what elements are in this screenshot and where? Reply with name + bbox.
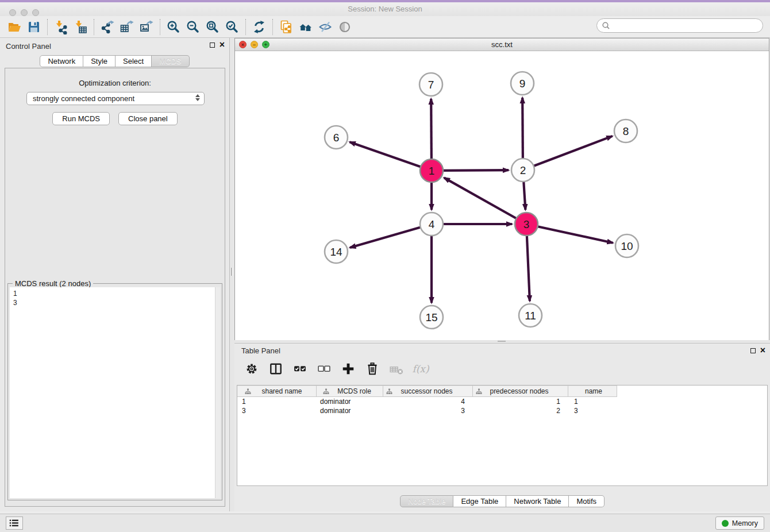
close-panel-button[interactable]: Close panel [118,112,178,125]
import-network-button[interactable] [51,18,71,36]
graph-node-label: 6 [333,132,340,144]
export-network-button[interactable] [98,18,117,36]
task-history-button[interactable] [6,516,23,530]
table-row[interactable]: 3 dominator 3 2 3 [237,406,767,415]
memory-status-icon [722,520,729,527]
zoom-out-button[interactable] [183,18,203,36]
cell-shared-name[interactable]: 1 [237,397,317,406]
graph-node-label: 9 [519,78,526,90]
cell-predecessor-nodes[interactable]: 1 [473,397,568,406]
export-image-icon [139,20,154,34]
deselect-all-button[interactable] [316,361,332,377]
table-settings-button[interactable] [244,361,260,377]
add-row-button[interactable] [340,361,356,377]
result-line: 3 [13,298,215,307]
open-session-button[interactable] [5,18,24,36]
deselect-all-icon [317,362,331,376]
memory-button[interactable]: Memory [715,516,764,530]
table-panel-title: Table Panel [241,346,280,355]
graph-edge [523,136,613,170]
cell-successor-nodes[interactable]: 4 [383,397,473,406]
toolbar-separator [47,19,48,35]
splitter-handle[interactable] [498,341,506,342]
cell-shared-name[interactable]: 3 [237,406,317,415]
tab-motifs[interactable]: Motifs [569,495,605,507]
export-table-icon [120,20,134,34]
zoom-in-button[interactable] [164,18,183,36]
float-panel-icon[interactable] [210,43,215,48]
refresh-button[interactable] [249,18,269,36]
graph-node-label: 7 [428,79,434,91]
tab-edge-table[interactable]: Edge Table [453,495,506,507]
save-session-button[interactable] [24,18,44,36]
control-panel-tabs: Network Style Select MCDS [0,55,229,67]
export-network-icon [100,20,115,34]
app-titlebar: Session: New Session [0,2,770,16]
table-toolbar: f(x) [244,361,429,377]
memory-label: Memory [732,519,758,527]
network-window: × − + scc.txt 1234678910111415 [234,38,769,340]
select-all-button[interactable] [292,361,308,377]
delete-table-button[interactable] [388,361,405,377]
float-table-panel-icon[interactable] [750,348,756,353]
home-icon [298,20,313,34]
tab-select[interactable]: Select [116,55,152,67]
cell-name[interactable]: 3 [568,406,617,415]
delete-row-button[interactable] [364,361,380,377]
tab-mcds[interactable]: MCDS [152,55,189,67]
column-header-mcds-role[interactable]: MCDS role [317,385,383,397]
result-scrollbar[interactable] [215,287,220,498]
search-field[interactable] [596,18,763,33]
tab-network-table[interactable]: Network Table [506,495,569,507]
tab-node-table[interactable]: Node Table [400,495,454,507]
control-panel: Control Panel × Network Style Select MCD… [0,38,230,511]
mcds-result-text[interactable]: 1 3 [10,287,215,498]
minimize-window-icon[interactable] [21,9,28,16]
show-columns-button[interactable] [268,361,284,377]
hide-graphics-button[interactable] [315,18,335,36]
column-header-predecessor-nodes[interactable]: predecessor nodes [473,385,568,397]
close-table-panel-icon[interactable]: × [760,347,765,354]
table-row[interactable]: 1 dominator 4 1 1 [237,397,767,406]
run-mcds-button[interactable]: Run MCDS [52,112,110,125]
graph-edge [350,142,432,171]
duplicate-network-button[interactable] [276,18,296,36]
close-panel-icon[interactable]: × [220,41,225,48]
criterion-dropdown[interactable]: strongly connected component [26,92,205,105]
zoom-network-icon[interactable]: + [262,41,270,48]
cell-name[interactable]: 1 [568,397,617,406]
graph-node-label: 11 [525,310,536,322]
show-graphics-button[interactable] [335,18,355,36]
tab-style[interactable]: Style [83,55,116,67]
zoom-selected-button[interactable] [222,18,242,36]
select-all-icon [293,362,307,376]
fit-content-button[interactable] [203,18,222,36]
tree-icon [323,388,329,395]
minimize-network-icon[interactable]: − [251,41,258,48]
home-button[interactable] [296,18,315,36]
close-window-icon[interactable] [9,9,16,16]
cell-mcds-role[interactable]: dominator [317,406,383,415]
network-canvas[interactable]: 1234678910111415 [235,51,769,340]
splitter-handle[interactable] [231,268,233,276]
cell-successor-nodes[interactable]: 3 [383,406,473,415]
vertical-splitter[interactable] [230,38,234,511]
cell-predecessor-nodes[interactable]: 2 [473,406,568,415]
graph-node-label: 1 [429,165,435,177]
column-header-shared-name[interactable]: shared name [237,385,317,397]
close-network-icon[interactable]: × [239,41,247,48]
column-header-name[interactable]: name [568,385,617,397]
network-window-titlebar[interactable]: × − + scc.txt [235,38,769,51]
cell-mcds-role[interactable]: dominator [317,397,383,406]
apply-function-button[interactable]: f(x) [413,361,429,377]
zoom-window-icon[interactable] [32,9,39,16]
export-image-button[interactable] [137,18,156,36]
column-header-successor-nodes[interactable]: successor nodes [383,385,473,397]
graph-node-label: 8 [623,125,629,137]
node-table[interactable]: shared name MCDS role successor nodes pr… [237,385,768,486]
search-input[interactable] [596,18,763,33]
export-table-button[interactable] [117,18,137,36]
zoom-selected-icon [225,20,240,34]
import-table-button[interactable] [71,18,90,36]
tab-network[interactable]: Network [40,55,83,67]
